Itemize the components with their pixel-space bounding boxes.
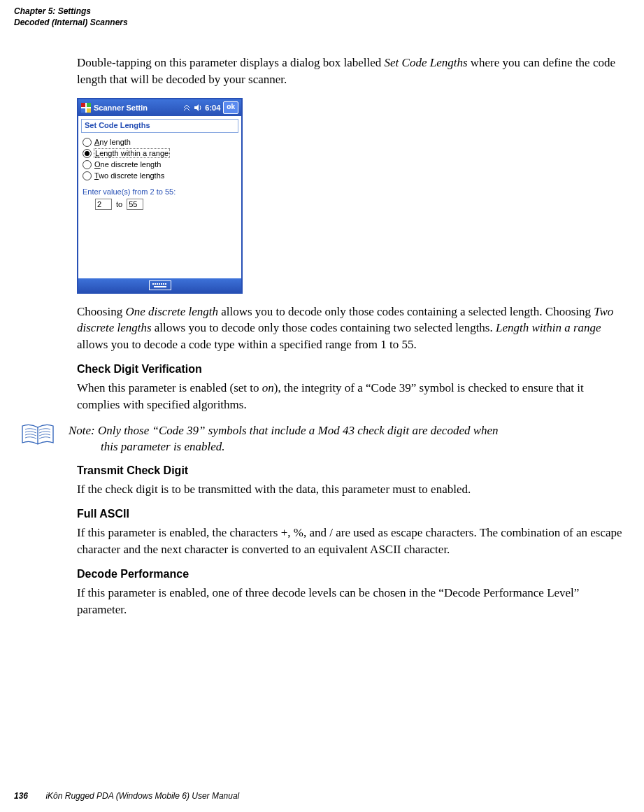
radio-two-discrete[interactable]: Two discrete lengths <box>83 171 237 180</box>
radio-any-length[interactable]: Any length <box>83 138 237 147</box>
svg-rect-9 <box>154 286 166 287</box>
radio-icon <box>83 160 92 169</box>
windows-start-icon[interactable] <box>81 103 91 113</box>
clock-text: 6:04 <box>205 104 220 112</box>
connectivity-icon[interactable] <box>183 104 191 112</box>
book-icon <box>21 423 56 447</box>
radio-label: Any length <box>94 138 131 146</box>
embedded-screenshot: Scanner Settin 6:04 ok Set Code Lengths … <box>77 98 243 294</box>
radio-label: Two discrete lengths <box>94 171 164 180</box>
svg-rect-4 <box>157 283 158 285</box>
chapter-line: Chapter 5: Settings <box>14 6 128 17</box>
note-label: Note: <box>69 424 95 437</box>
ok-button[interactable]: ok <box>223 101 238 114</box>
heading-decode-performance: Decode Performance <box>77 568 622 580</box>
radio-label: One discrete length <box>94 160 161 169</box>
radio-length-within-range[interactable]: Length within a range <box>83 149 237 158</box>
decode-performance-paragraph: If this parameter is enabled, one of thr… <box>77 585 622 618</box>
radio-icon <box>83 171 92 180</box>
heading-full-ascii: Full ASCII <box>77 508 622 520</box>
intro-paragraph: Double-tapping on this parameter display… <box>77 55 622 88</box>
full-ascii-paragraph: If this parameter is enabled, the charac… <box>77 525 622 558</box>
note-text: Note: Only those “Code 39” symbols that … <box>69 423 499 455</box>
keyboard-sip-icon[interactable] <box>149 280 171 290</box>
svg-rect-5 <box>159 283 160 285</box>
radio-label: Length within a range <box>94 149 169 157</box>
svg-rect-3 <box>155 283 156 285</box>
svg-rect-2 <box>152 283 154 285</box>
term-set-code-lengths: Set Code Lengths <box>385 56 468 69</box>
note-block: Note: Only those “Code 39” symbols that … <box>21 423 622 455</box>
running-header: Chapter 5: Settings Decoded (Internal) S… <box>14 6 128 28</box>
radio-icon <box>83 138 92 147</box>
svg-rect-8 <box>165 283 166 285</box>
section-line: Decoded (Internal) Scanners <box>14 17 128 28</box>
transmit-paragraph: If the check digit is to be transmitted … <box>77 481 622 498</box>
page-content: Double-tapping on this parameter display… <box>77 55 622 627</box>
dialog-body: Any length Length within a range One dis… <box>78 133 241 213</box>
term-on: on <box>262 381 274 394</box>
range-prompt: Enter value(s) from 2 to 55: <box>83 187 237 196</box>
svg-marker-0 <box>194 104 199 111</box>
term-length-in-range: Length within a range <box>496 321 601 334</box>
choosing-paragraph: Choosing One discrete length allows you … <box>77 304 622 353</box>
heading-transmit-check-digit: Transmit Check Digit <box>77 464 622 477</box>
term-one-discrete: One discrete length <box>125 305 218 318</box>
radio-one-discrete[interactable]: One discrete length <box>83 160 237 169</box>
screenshot-bottombar <box>78 278 241 292</box>
range-to-input[interactable] <box>127 199 143 210</box>
range-from-input[interactable] <box>95 199 112 210</box>
range-inputs: to <box>95 199 237 210</box>
heading-check-digit-verification: Check Digit Verification <box>77 363 622 376</box>
to-label: to <box>116 200 122 208</box>
svg-rect-7 <box>163 283 164 285</box>
page-number: 136 <box>14 791 28 801</box>
screenshot-title-text: Scanner Settin <box>94 104 148 112</box>
page-footer: 136 iKôn Rugged PDA (Windows Mobile 6) U… <box>14 791 239 801</box>
screenshot-titlebar: Scanner Settin 6:04 ok <box>78 99 241 116</box>
volume-icon[interactable] <box>194 104 202 112</box>
radio-icon <box>83 149 92 158</box>
svg-rect-6 <box>161 283 162 285</box>
check-digit-verification-paragraph: When this parameter is enabled (set to o… <box>77 380 622 413</box>
book-title: iKôn Rugged PDA (Windows Mobile 6) User … <box>45 791 239 801</box>
dialog-title: Set Code Lengths <box>81 119 238 133</box>
